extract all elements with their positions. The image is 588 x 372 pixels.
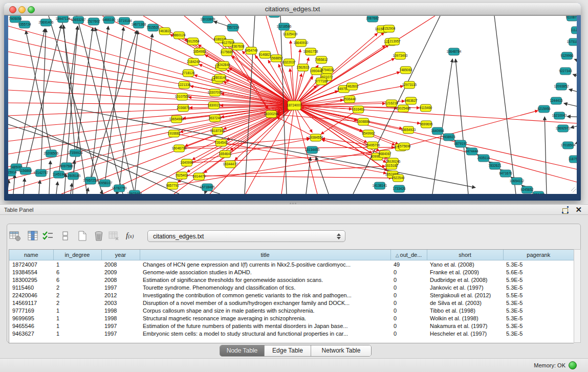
memory-status-label: Memory: OK bbox=[534, 362, 565, 368]
tab-network-table[interactable]: Network Table bbox=[311, 345, 371, 356]
tab-node-table[interactable]: Node Table bbox=[220, 345, 265, 356]
table-row[interactable]: 969969511998Structural magnetic resonanc… bbox=[9, 314, 574, 322]
graph-edge[interactable] bbox=[294, 105, 577, 169]
graph-edge[interactable] bbox=[13, 174, 15, 194]
graph-node-label: 1244415 bbox=[550, 99, 563, 102]
network-view-window: citations_edges.txt 79050549355724206914… bbox=[4, 3, 581, 201]
graph-node-label: 7463822 bbox=[158, 29, 171, 33]
graph-edge[interactable] bbox=[77, 16, 123, 194]
graph-edge[interactable] bbox=[87, 188, 89, 194]
float-panel-icon[interactable] bbox=[562, 206, 570, 213]
new-table-button[interactable] bbox=[76, 230, 90, 243]
graph-edge[interactable] bbox=[16, 29, 45, 167]
column-header-in_degree[interactable]: in_degree bbox=[53, 250, 101, 260]
table-cell: 0 bbox=[390, 299, 427, 307]
graph-edge[interactable] bbox=[567, 117, 577, 117]
graph-node-label: 1216216 bbox=[385, 101, 398, 105]
graph-edge[interactable] bbox=[432, 59, 452, 194]
close-panel-icon[interactable]: ✕ bbox=[575, 205, 582, 214]
table-row[interactable]: 977716911998Corpus callosum shape and si… bbox=[9, 307, 574, 314]
tab-edge-table[interactable]: Edge Table bbox=[265, 345, 311, 356]
table-cell: Changes of HCN gene expression and I(f) … bbox=[140, 260, 390, 269]
graph-edge[interactable] bbox=[571, 124, 577, 128]
table-row[interactable]: 1938455462009Genome-wide association stu… bbox=[9, 268, 574, 276]
graph-node-label: 14671368 bbox=[132, 23, 146, 26]
graph-edge[interactable] bbox=[56, 182, 58, 194]
graph-edge[interactable] bbox=[573, 74, 577, 78]
canvas-resize-grip[interactable] bbox=[571, 187, 576, 192]
table-cell: 0 bbox=[390, 268, 427, 276]
graph-node-label: 10958107 bbox=[98, 181, 113, 185]
graph-node-label: 13307093 bbox=[208, 91, 223, 94]
graph-edge[interactable] bbox=[71, 183, 72, 194]
table-cell: 1997 bbox=[101, 330, 140, 337]
row-checks-button[interactable] bbox=[41, 230, 55, 243]
table-row[interactable]: 911546021997Tourette syndrome. Phenomeno… bbox=[9, 283, 574, 291]
merge-rows-button[interactable] bbox=[59, 230, 73, 243]
graph-edge[interactable] bbox=[401, 111, 538, 147]
graph-edge[interactable] bbox=[39, 180, 40, 194]
table-cell: 6 bbox=[53, 276, 101, 283]
table-row[interactable]: 2242004622012Investigating the contribut… bbox=[9, 291, 574, 299]
table-cell: Stergiakouli et al. (2012) bbox=[427, 291, 503, 299]
column-header-year[interactable]: year bbox=[101, 250, 140, 260]
table-cell: 1998 bbox=[101, 307, 140, 314]
graph-node[interactable] bbox=[269, 16, 280, 17]
table-select-dropdown[interactable]: citations_edges.txt bbox=[147, 230, 345, 242]
column-header-out_de[interactable]: △out_de... bbox=[390, 250, 427, 260]
table-scrollbar[interactable] bbox=[574, 249, 581, 343]
table-cell: 2009 bbox=[101, 268, 140, 276]
graph-edge[interactable] bbox=[135, 34, 153, 194]
column-header-name[interactable]: name bbox=[9, 250, 53, 260]
select-columns-button[interactable] bbox=[26, 230, 40, 243]
graph-edge[interactable] bbox=[8, 180, 9, 194]
graph-edge[interactable] bbox=[119, 31, 138, 188]
graph-node-label: 9474444 bbox=[465, 149, 478, 153]
table-cell: 1997 bbox=[101, 322, 140, 330]
table-row[interactable]: 946362711997Embryonic stem cells: a mode… bbox=[9, 330, 574, 337]
graph-edge[interactable] bbox=[455, 59, 468, 194]
graph-edge[interactable] bbox=[8, 26, 294, 105]
table-row[interactable]: 1456911722003Disruption of a novel membe… bbox=[9, 299, 574, 307]
graph-node-label: 3175685 bbox=[220, 50, 233, 54]
graph-edge[interactable] bbox=[49, 161, 51, 194]
graph-node-label: 1562615 bbox=[296, 65, 310, 69]
graph-edge[interactable] bbox=[574, 59, 577, 63]
table-row[interactable]: 946554611997Estimation of the future num… bbox=[9, 322, 574, 330]
graph-node-label: 10973493 bbox=[393, 54, 408, 57]
graph-node-label: 18724007 bbox=[287, 103, 302, 107]
graph-edge[interactable] bbox=[569, 89, 577, 94]
table-settings-button[interactable] bbox=[8, 230, 23, 243]
graph-node-label: 7955812 bbox=[315, 58, 328, 61]
table-cell: 5.3E-5 bbox=[503, 283, 574, 291]
table-select-value: citations_edges.txt bbox=[153, 233, 204, 240]
graph-edge[interactable] bbox=[187, 139, 310, 163]
table-row[interactable]: 1872400712008Changes of HCN gene express… bbox=[9, 260, 574, 269]
column-header-title[interactable]: title bbox=[140, 250, 390, 260]
table-cell: 6 bbox=[53, 268, 101, 276]
graph-node-label: 9684067 bbox=[378, 152, 391, 156]
graph-node-label: 7485063 bbox=[399, 68, 412, 72]
table-row[interactable]: 1830029562008Estimation of significance … bbox=[9, 276, 574, 283]
delete-table-button[interactable] bbox=[92, 230, 106, 243]
graph-edge[interactable] bbox=[180, 105, 294, 132]
table-cell: 1 bbox=[53, 314, 101, 322]
row-checks-icon bbox=[43, 232, 53, 239]
graph-edge[interactable] bbox=[545, 117, 547, 194]
graph-node-label: 1733426 bbox=[393, 187, 406, 190]
graph-node-label: 17016504 bbox=[561, 143, 576, 147]
column-header-short[interactable]: short bbox=[427, 250, 503, 260]
graph-node-label: 2803144 bbox=[213, 76, 227, 79]
select-columns-icon bbox=[28, 231, 37, 240]
graph-node-label: 1615182 bbox=[385, 164, 398, 167]
network-canvas[interactable]: 7905054935572420691406189471341065328715… bbox=[8, 15, 577, 194]
function-builder-button[interactable]: f(x) bbox=[126, 231, 143, 242]
table-cell: 0 bbox=[390, 283, 427, 291]
window-title: citations_edges.txt bbox=[4, 5, 581, 13]
column-header-pagerank[interactable]: pagerank bbox=[503, 250, 574, 260]
window-titlebar[interactable]: citations_edges.txt bbox=[4, 3, 581, 15]
graph-edge[interactable] bbox=[294, 105, 577, 182]
graph-edge[interactable] bbox=[564, 103, 577, 108]
memory-status-icon bbox=[569, 361, 577, 369]
graph-node-label: 7905054 bbox=[9, 17, 22, 20]
